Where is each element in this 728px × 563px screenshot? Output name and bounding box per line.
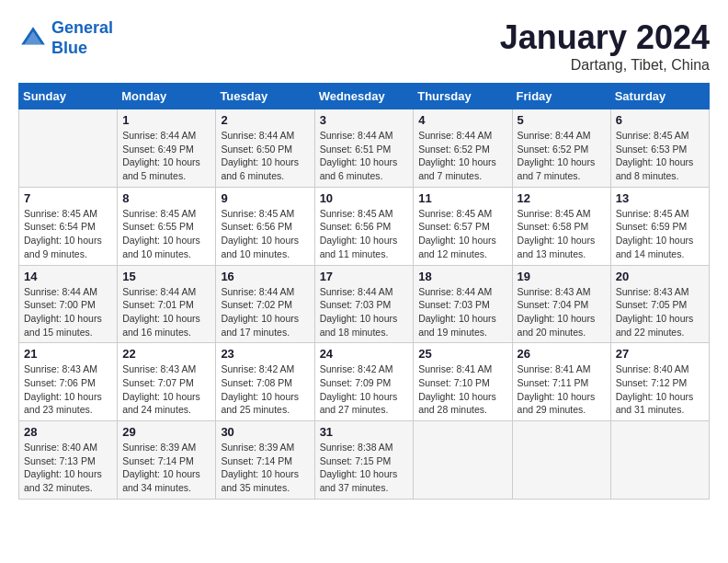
day-info: Sunrise: 8:42 AM Sunset: 7:09 PM Dayligh… — [320, 362, 409, 417]
day-number: 16 — [221, 270, 309, 283]
day-info: Sunrise: 8:44 AM Sunset: 6:52 PM Dayligh… — [518, 129, 606, 183]
calendar-cell: 31Sunrise: 8:38 AM Sunset: 7:15 PM Dayli… — [314, 421, 414, 500]
day-number: 13 — [616, 191, 704, 205]
day-number: 27 — [616, 347, 704, 361]
day-info: Sunrise: 8:40 AM Sunset: 7:13 PM Dayligh… — [24, 441, 112, 495]
calendar-cell: 28Sunrise: 8:40 AM Sunset: 7:13 PM Dayli… — [19, 421, 118, 500]
day-number: 20 — [616, 270, 704, 283]
day-number: 30 — [221, 425, 309, 439]
calendar-subtitle: Dartang, Tibet, China — [500, 57, 710, 74]
calendar-cell — [19, 109, 118, 188]
week-row-0: 1Sunrise: 8:44 AM Sunset: 6:49 PM Daylig… — [19, 109, 710, 188]
day-info: Sunrise: 8:39 AM Sunset: 7:14 PM Dayligh… — [122, 441, 210, 495]
day-number: 24 — [320, 347, 409, 361]
day-number: 4 — [418, 113, 506, 127]
day-number: 12 — [518, 191, 606, 205]
calendar-cell: 3Sunrise: 8:44 AM Sunset: 6:51 PM Daylig… — [314, 109, 414, 188]
day-info: Sunrise: 8:43 AM Sunset: 7:07 PM Dayligh… — [122, 362, 210, 417]
calendar-cell — [610, 421, 709, 500]
header-col-tuesday: Tuesday — [216, 84, 314, 109]
day-info: Sunrise: 8:45 AM Sunset: 6:56 PM Dayligh… — [320, 207, 409, 261]
header-col-thursday: Thursday — [414, 84, 512, 109]
day-info: Sunrise: 8:41 AM Sunset: 7:10 PM Dayligh… — [418, 362, 506, 417]
calendar-cell: 15Sunrise: 8:44 AM Sunset: 7:01 PM Dayli… — [118, 265, 216, 343]
day-info: Sunrise: 8:45 AM Sunset: 6:57 PM Dayligh… — [418, 207, 506, 261]
header-col-friday: Friday — [512, 84, 610, 109]
calendar-cell: 2Sunrise: 8:44 AM Sunset: 6:50 PM Daylig… — [216, 109, 314, 188]
calendar-cell: 26Sunrise: 8:41 AM Sunset: 7:11 PM Dayli… — [512, 343, 610, 421]
day-info: Sunrise: 8:41 AM Sunset: 7:11 PM Dayligh… — [518, 362, 606, 417]
day-number: 18 — [418, 270, 506, 283]
day-number: 2 — [221, 113, 309, 127]
day-number: 11 — [418, 191, 506, 205]
day-info: Sunrise: 8:43 AM Sunset: 7:04 PM Dayligh… — [518, 285, 606, 339]
day-info: Sunrise: 8:45 AM Sunset: 6:56 PM Dayligh… — [221, 207, 309, 261]
day-info: Sunrise: 8:40 AM Sunset: 7:12 PM Dayligh… — [616, 362, 704, 417]
calendar-cell: 16Sunrise: 8:44 AM Sunset: 7:02 PM Dayli… — [216, 265, 314, 343]
calendar-cell: 20Sunrise: 8:43 AM Sunset: 7:05 PM Dayli… — [610, 265, 709, 343]
calendar-cell: 6Sunrise: 8:45 AM Sunset: 6:53 PM Daylig… — [610, 109, 709, 188]
day-info: Sunrise: 8:44 AM Sunset: 7:02 PM Dayligh… — [221, 285, 309, 339]
day-info: Sunrise: 8:44 AM Sunset: 7:00 PM Dayligh… — [24, 285, 112, 339]
day-number: 21 — [24, 347, 112, 361]
week-row-1: 7Sunrise: 8:45 AM Sunset: 6:54 PM Daylig… — [19, 187, 710, 265]
calendar-cell: 30Sunrise: 8:39 AM Sunset: 7:14 PM Dayli… — [216, 421, 314, 500]
day-number: 31 — [320, 425, 409, 439]
calendar-cell: 21Sunrise: 8:43 AM Sunset: 7:06 PM Dayli… — [19, 343, 118, 421]
day-info: Sunrise: 8:43 AM Sunset: 7:05 PM Dayligh… — [616, 285, 704, 339]
logo-line2: Blue — [51, 39, 87, 57]
calendar-cell: 4Sunrise: 8:44 AM Sunset: 6:52 PM Daylig… — [414, 109, 512, 188]
day-number: 15 — [122, 270, 210, 283]
calendar-cell: 17Sunrise: 8:44 AM Sunset: 7:03 PM Dayli… — [314, 265, 414, 343]
header-col-wednesday: Wednesday — [314, 84, 414, 109]
day-info: Sunrise: 8:44 AM Sunset: 7:03 PM Dayligh… — [320, 285, 409, 339]
calendar-cell: 8Sunrise: 8:45 AM Sunset: 6:55 PM Daylig… — [118, 187, 216, 265]
day-info: Sunrise: 8:38 AM Sunset: 7:15 PM Dayligh… — [320, 441, 409, 495]
day-number: 5 — [518, 113, 606, 127]
week-row-4: 28Sunrise: 8:40 AM Sunset: 7:13 PM Dayli… — [19, 421, 710, 500]
day-number: 3 — [320, 113, 409, 127]
day-info: Sunrise: 8:44 AM Sunset: 7:03 PM Dayligh… — [418, 285, 506, 339]
logo-icon — [18, 24, 48, 53]
calendar-cell: 22Sunrise: 8:43 AM Sunset: 7:07 PM Dayli… — [118, 343, 216, 421]
day-number: 7 — [24, 191, 112, 205]
calendar-cell: 14Sunrise: 8:44 AM Sunset: 7:00 PM Dayli… — [19, 265, 118, 343]
calendar-body: 1Sunrise: 8:44 AM Sunset: 6:49 PM Daylig… — [19, 109, 710, 500]
day-info: Sunrise: 8:42 AM Sunset: 7:08 PM Dayligh… — [221, 362, 309, 417]
title-block: January 2024 Dartang, Tibet, China — [500, 18, 710, 74]
calendar-cell — [414, 421, 512, 500]
day-number: 8 — [122, 191, 210, 205]
logo: General Blue — [18, 18, 113, 58]
day-number: 10 — [320, 191, 409, 205]
header-col-saturday: Saturday — [610, 84, 709, 109]
day-number: 14 — [24, 270, 112, 283]
calendar-cell: 11Sunrise: 8:45 AM Sunset: 6:57 PM Dayli… — [414, 187, 512, 265]
calendar-header: SundayMondayTuesdayWednesdayThursdayFrid… — [19, 84, 710, 109]
calendar-cell — [512, 421, 610, 500]
calendar-cell: 7Sunrise: 8:45 AM Sunset: 6:54 PM Daylig… — [19, 187, 118, 265]
day-info: Sunrise: 8:45 AM Sunset: 6:55 PM Dayligh… — [122, 207, 210, 261]
calendar-cell: 5Sunrise: 8:44 AM Sunset: 6:52 PM Daylig… — [512, 109, 610, 188]
calendar-cell: 1Sunrise: 8:44 AM Sunset: 6:49 PM Daylig… — [118, 109, 216, 188]
calendar-cell: 24Sunrise: 8:42 AM Sunset: 7:09 PM Dayli… — [314, 343, 414, 421]
day-info: Sunrise: 8:44 AM Sunset: 6:50 PM Dayligh… — [221, 129, 309, 183]
calendar-cell: 27Sunrise: 8:40 AM Sunset: 7:12 PM Dayli… — [610, 343, 709, 421]
logo-line1: General — [51, 18, 113, 37]
calendar-cell: 25Sunrise: 8:41 AM Sunset: 7:10 PM Dayli… — [414, 343, 512, 421]
calendar-title: January 2024 — [500, 18, 710, 57]
day-info: Sunrise: 8:44 AM Sunset: 6:49 PM Dayligh… — [122, 129, 210, 183]
calendar-cell: 10Sunrise: 8:45 AM Sunset: 6:56 PM Dayli… — [314, 187, 414, 265]
calendar-table: SundayMondayTuesdayWednesdayThursdayFrid… — [18, 83, 710, 500]
day-number: 25 — [418, 347, 506, 361]
header-row: SundayMondayTuesdayWednesdayThursdayFrid… — [19, 84, 710, 109]
header-col-monday: Monday — [118, 84, 216, 109]
day-number: 9 — [221, 191, 309, 205]
day-info: Sunrise: 8:45 AM Sunset: 6:53 PM Dayligh… — [616, 129, 704, 183]
day-info: Sunrise: 8:44 AM Sunset: 6:51 PM Dayligh… — [320, 129, 409, 183]
day-number: 1 — [122, 113, 210, 127]
day-info: Sunrise: 8:45 AM Sunset: 6:59 PM Dayligh… — [616, 207, 704, 261]
day-number: 6 — [616, 113, 704, 127]
calendar-cell: 12Sunrise: 8:45 AM Sunset: 6:58 PM Dayli… — [512, 187, 610, 265]
day-info: Sunrise: 8:43 AM Sunset: 7:06 PM Dayligh… — [24, 362, 112, 417]
day-info: Sunrise: 8:44 AM Sunset: 7:01 PM Dayligh… — [122, 285, 210, 339]
